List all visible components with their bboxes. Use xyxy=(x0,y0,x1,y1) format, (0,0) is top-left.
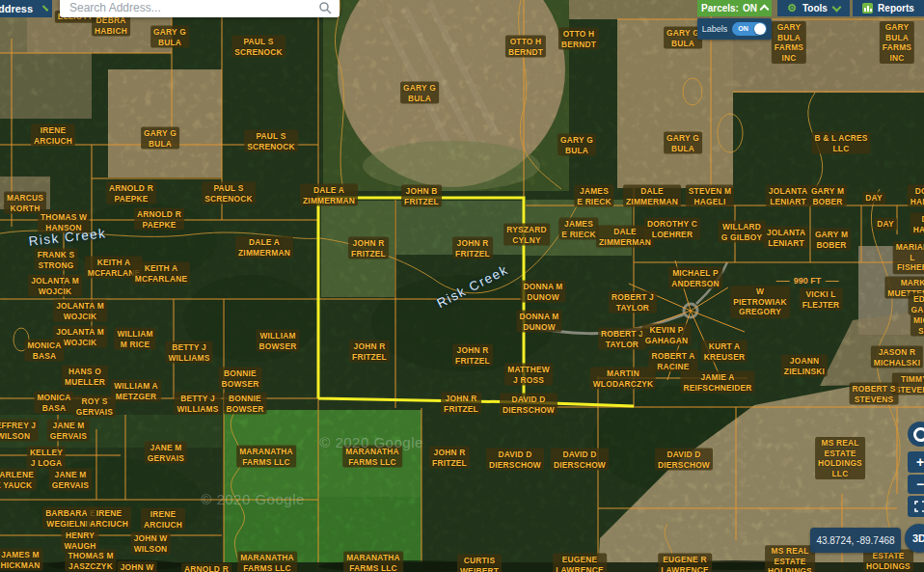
parcel-label[interactable]: PAUL S SCRENOCK xyxy=(231,36,285,58)
parcel-label[interactable]: GARY M BOBER xyxy=(808,185,847,207)
parcel-label[interactable]: KELLEY J LOGA xyxy=(27,447,66,469)
parcel-label[interactable]: DONNA M DUNOW xyxy=(520,281,565,303)
parcel-label[interactable]: THOMAS M JASZCZYK xyxy=(65,550,116,572)
parcel-label[interactable]: JOHN R FRITZEL xyxy=(452,344,493,367)
parcel-label[interactable]: JOHN R FRITZEL xyxy=(429,447,470,469)
zoom-in-button[interactable]: + xyxy=(908,451,924,473)
parcel-label[interactable]: DARLENE K YAUCK xyxy=(0,469,37,491)
parcel-label[interactable]: GARY BULA FARMS INC xyxy=(880,21,914,64)
parcel-label[interactable]: GARY G BULA xyxy=(400,82,439,104)
parcel-label[interactable]: IRENE ARCIUCH xyxy=(31,124,75,147)
parcel-label[interactable]: GARY G BULA xyxy=(150,26,189,48)
parcel-label[interactable]: IRENE ARCIUCH xyxy=(87,507,131,530)
parcel-label[interactable]: JEFFREY J WILSON xyxy=(0,420,39,442)
parcel-label[interactable]: RYSZARD CYLNY xyxy=(503,224,550,246)
address-button[interactable]: Address xyxy=(0,0,52,17)
parcel-label[interactable]: ROBERT J TAYLOR xyxy=(598,328,646,350)
parcel-label[interactable]: MS REAL ESTATE HOLDINGS xyxy=(765,545,815,572)
parcel-label[interactable]: EUGENE LAWRENCE xyxy=(553,554,607,572)
parcel-label[interactable]: ROBERT J TAYLOR xyxy=(609,291,657,313)
search-input[interactable] xyxy=(68,0,318,15)
parcel-label[interactable]: KEVIN P GAHAGAN xyxy=(642,324,692,346)
fullscreen-button[interactable] xyxy=(908,496,924,517)
parcel-label[interactable]: JASON R MICHALSKI xyxy=(871,346,923,368)
parcel-label[interactable]: IRENE ARCIUCH xyxy=(141,508,185,531)
parcels-toggle-button[interactable]: Parcels: ON xyxy=(697,0,772,16)
parcel-label[interactable]: ARNOLD R xyxy=(181,563,231,572)
reports-button[interactable]: Reports xyxy=(853,0,924,16)
parcel-label[interactable]: EDW GARV xyxy=(909,293,924,315)
parcel-label[interactable]: GARY M BOBER xyxy=(812,229,851,251)
parcel-label[interactable]: JAMES E RIECK xyxy=(558,218,598,240)
parcel-label[interactable]: DOROTHY C LOEHRER xyxy=(644,218,700,240)
parcel-label[interactable]: DAY xyxy=(874,218,897,231)
parcel-label[interactable]: KURT A KREUSER xyxy=(701,340,747,363)
parcel-label[interactable]: JOLANTA LENIART xyxy=(766,185,810,207)
parcel-label[interactable]: JOLANTA M WOJCIK xyxy=(28,275,82,297)
parcel-label[interactable]: MICHAEL P ANDERSON xyxy=(668,267,722,289)
parcel-label[interactable]: DALE A ZIMMERMAN xyxy=(300,184,358,206)
parcel-label[interactable]: HANS O MUELLER xyxy=(62,366,108,388)
parcel-label[interactable]: BONNIE BOWSER xyxy=(224,393,267,415)
parcel-label[interactable]: MARTIN WLODARCZYK xyxy=(590,368,656,390)
parcel-label[interactable]: MONICA BASA xyxy=(34,392,73,414)
parcel-label[interactable]: WILLIAM M RICE xyxy=(114,328,155,350)
parcel-label[interactable]: DONNA M DUNOW xyxy=(516,311,561,333)
parcel-label[interactable]: JAMIE A REIFSCHNEIDER xyxy=(680,371,754,394)
parcel-label[interactable]: MARANATHA FARMS LLC xyxy=(237,552,297,572)
parcel-label[interactable]: MS REAL ESTATE HOLDINGS LLC xyxy=(815,437,865,479)
parcel-label[interactable]: ARNOLD R PAEPKE xyxy=(134,208,184,231)
parcel-label[interactable]: HENRY WAUGH xyxy=(61,530,98,552)
parcel-label[interactable]: JANE M GERVAIS xyxy=(49,469,92,491)
parcel-label[interactable]: JOHN W WILSON xyxy=(131,532,171,555)
parcel-label[interactable]: CURTIS WEIBERT xyxy=(457,555,502,572)
parcel-label[interactable]: OTTO H BERNDT xyxy=(505,36,546,58)
parcel-label[interactable]: MARANATHA FARMS LLC xyxy=(236,446,296,468)
parcel-label[interactable]: GARY BULA FARMS INC xyxy=(772,21,806,64)
tools-button[interactable]: ⚙ Tools xyxy=(777,0,850,16)
parcel-label[interactable]: JOHN R FRITZEL xyxy=(441,393,481,415)
parcel-label[interactable]: DALE ZIMMERMAN xyxy=(623,185,681,207)
parcel-label[interactable]: JANE M GERVAIS xyxy=(47,420,90,442)
parcel-label[interactable]: ROBERT A RACINE xyxy=(648,350,697,372)
parcel-label[interactable]: JOHN B FRITZEL xyxy=(401,185,442,207)
parcel-label[interactable]: W PIETROWIAK GREGORY xyxy=(730,286,790,318)
parcel-label[interactable]: VICKI L FLEJTER xyxy=(800,288,843,311)
parcel-label[interactable]: BONNIE BOWSER xyxy=(219,368,262,390)
parcel-label[interactable]: FRANK S STRONG xyxy=(35,249,78,271)
parcel-label[interactable]: DAVID D DIERSCHOW xyxy=(655,449,713,471)
zoom-out-button[interactable]: − xyxy=(908,475,924,494)
parcel-label[interactable]: B & L ACRES LLC xyxy=(811,132,870,154)
parcel-label[interactable]: WILLIAM BOWSER xyxy=(257,330,300,352)
parcel-label[interactable]: BETTY J WILLIAMS xyxy=(174,393,221,415)
parcel-label[interactable]: OTTO H BERNDT xyxy=(558,28,599,50)
parcel-label[interactable]: ROY S GERVAIS xyxy=(73,395,116,418)
parcel-label[interactable]: MATTHEW J ROSS xyxy=(504,364,553,386)
parcel-label[interactable]: PAUL S SCRENOCK xyxy=(202,182,256,204)
parcel-label[interactable]: MARANATHA FARMS LLC xyxy=(343,552,403,572)
parcel-label[interactable]: DAY xyxy=(862,192,885,204)
parcel-label[interactable]: GARY G BULA xyxy=(664,132,702,154)
parcel-label[interactable]: JOHN R FRITZEL xyxy=(348,237,389,259)
parcel-label[interactable]: DON HANSEN xyxy=(910,213,924,235)
parcel-label[interactable]: JOHN W xyxy=(118,561,157,572)
parcel-label[interactable]: GARY G BULA xyxy=(141,127,179,150)
labels-toggle-switch[interactable]: ON xyxy=(732,22,767,36)
parcel-label[interactable]: STEVEN M HAGELI xyxy=(686,185,734,207)
parcel-label[interactable]: MARIAN L FISHER xyxy=(893,241,924,274)
parcel-label[interactable]: DAVID D DIERSCHOW xyxy=(486,449,544,471)
parcel-label[interactable]: GARY G BULA xyxy=(664,27,702,49)
parcel-label[interactable]: DON J HANSEN xyxy=(908,185,924,207)
parcel-label[interactable]: JAMES E RIECK xyxy=(574,185,613,207)
parcel-label[interactable]: JOLANTA M WOJCIK xyxy=(53,300,107,322)
parcel-label[interactable]: JAMES M HICKMAN xyxy=(0,549,42,571)
parcel-label[interactable]: JOLANTA LENIART xyxy=(764,227,808,249)
search-bar[interactable] xyxy=(60,0,340,17)
parcel-label[interactable]: EUGENE R LAWRENCE xyxy=(658,554,712,572)
parcel-label[interactable]: JOHN R FRITZEL xyxy=(349,340,390,363)
parcel-label[interactable]: DAVID D DIERSCHOW xyxy=(551,449,609,471)
parcel-label[interactable]: WILLIAM A METZGER xyxy=(111,380,161,402)
parcel-label[interactable]: DAVID D DIERSCHOW xyxy=(500,394,557,416)
parcel-label[interactable]: MICH SC xyxy=(910,314,924,337)
parcel-label[interactable]: BETTY J WILLIAMS xyxy=(165,341,212,364)
